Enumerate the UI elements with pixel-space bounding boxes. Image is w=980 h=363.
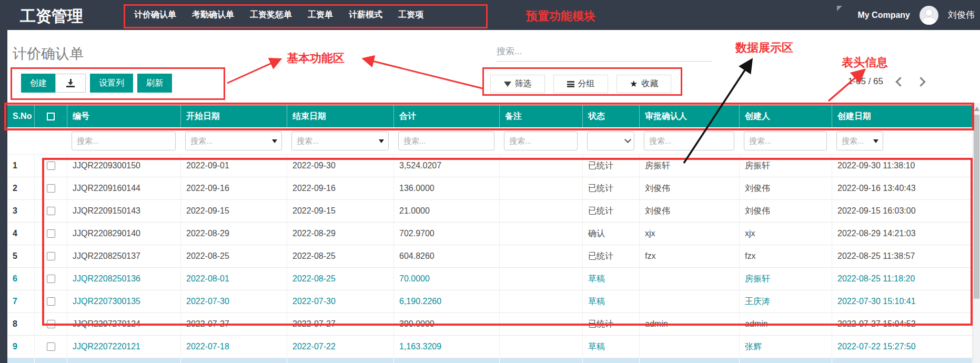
row-checkbox[interactable] [47,229,55,238]
cell-status: 已统计 [583,245,640,267]
column-header-start-date[interactable]: 开始日期 [181,105,287,127]
cell-end-date: 2022-09-30 [287,155,394,177]
main-nav: 计价确认单 考勤确认单 工资奖惩单 工资单 计薪模式 工资项 [134,0,423,30]
filter-input-end-date[interactable] [291,132,389,150]
nav-item-payslip[interactable]: 工资单 [308,9,333,21]
table-row[interactable]: 3 JJQR2209150143 2022-09-15 2022-09-15 2… [7,200,973,223]
create-button[interactable]: 创建 [21,74,56,93]
cell-remark [500,268,583,290]
cell-code: JJQR2207220121 [67,336,181,358]
filter-button-label: 筛选 [515,78,532,89]
row-checkbox[interactable] [47,184,55,193]
view-control-buttons: 筛选 分组 ★ 收藏 [490,75,671,93]
record-buttons: 创建 设置列 刷新 [21,74,172,93]
favorites-button[interactable]: ★ 收藏 [617,75,671,93]
cell-remark [500,313,583,335]
messages-icon[interactable] [834,8,848,22]
nav-item-salary-item[interactable]: 工资项 [398,9,423,21]
cell-code: JJQR2207300135 [67,290,181,312]
favorites-button-label: 收藏 [641,78,658,89]
table-row[interactable]: 4 JJQR2208290140 2022-08-29 2022-08-29 7… [7,223,973,245]
row-checkbox[interactable] [47,342,55,351]
column-header-approver[interactable]: 审批确认人 [640,105,740,127]
user-name[interactable]: 刘俊伟 [948,9,975,21]
row-number: 6 [7,268,35,290]
nav-item-salary-reward[interactable]: 工资奖惩单 [250,9,292,21]
column-header-status[interactable]: 状态 [583,105,640,127]
table-row[interactable]: 8 JJQR2207270124 2022-07-27 2022-07-27 3… [7,313,973,336]
table-row[interactable]: 7 JJQR2207300135 2022-07-30 2022-07-30 6… [7,290,973,313]
topbar-right: My Company 刘俊伟 [811,0,975,30]
company-switcher[interactable]: My Company [857,11,910,20]
cell-start-date: 2022-07-30 [181,290,287,312]
cell-code: JJQR2208250137 [67,245,181,267]
table-header: S.No 编号 开始日期 结束日期 合计 备注 状态 审批确认人 创建人 创建日… [7,105,973,127]
cell-remark [500,200,583,222]
column-header-sno[interactable]: S.No [7,105,35,127]
filter-input-code[interactable] [72,132,176,150]
filter-input-creator[interactable] [744,132,827,150]
cell-status: 草稿 [583,290,640,312]
column-header-code[interactable]: 编号 [67,105,181,127]
row-checkbox[interactable] [47,162,55,170]
filter-input-approver[interactable] [644,132,734,150]
cell-total: 1,163.3209 [394,336,500,358]
filter-input-created-at[interactable] [836,132,883,150]
cell-end-date: 2022-07-22 [287,336,394,358]
row-checkbox[interactable] [47,207,55,215]
activity-clock-icon[interactable] [811,8,825,22]
filter-input-start-date[interactable] [185,132,282,150]
cell-end-date: 2022-09-16 [287,177,394,199]
cell-creator: 房振轩 [740,155,832,177]
select-all-checkbox[interactable] [47,113,55,120]
table-row[interactable]: 2 JJQR2209160144 2022-09-16 2022-09-16 1… [7,177,973,200]
cell-created-at: 2022-09-15 16:03:00 [832,200,973,222]
cell-code: JJQR2208250136 [67,268,181,290]
nav-item-attendance-confirm[interactable]: 考勤确认单 [192,9,234,21]
prev-page-icon[interactable] [895,77,905,86]
arrow-basic-functions-right [364,59,482,88]
row-checkbox[interactable] [47,275,55,283]
nav-item-pay-mode[interactable]: 计薪模式 [349,9,382,21]
filter-button[interactable]: 筛选 [490,75,545,93]
annotation-preset-modules: 预置功能模块 [526,8,595,24]
cell-status: 已统计 [583,155,640,177]
user-avatar[interactable] [920,6,938,25]
table-row[interactable]: 5 JJQR2208250137 2022-08-25 2022-08-25 6… [7,245,973,268]
scrollbar-thumb[interactable] [974,115,979,299]
row-checkbox[interactable] [47,252,55,260]
vertical-scrollbar[interactable] [973,103,980,363]
table-row[interactable]: 6 JJQR2208250136 2022-08-01 2022-08-25 7… [7,268,973,290]
cell-total: 6,190.2260 [394,290,500,312]
search-input[interactable] [497,46,712,62]
set-columns-button[interactable]: 设置列 [90,74,133,93]
column-header-remark[interactable]: 备注 [500,105,583,127]
cell-start-date: 2022-07-18 [181,336,287,358]
row-checkbox[interactable] [47,297,55,306]
cell-code: JJQR2209160144 [67,177,181,199]
download-icon [66,79,75,87]
cell-approver: 刘俊伟 [640,200,740,222]
table-row[interactable]: 9 JJQR2207220121 2022-07-18 2022-07-22 1… [7,336,973,358]
row-checkbox[interactable] [47,320,55,328]
column-header-created-at[interactable]: 创建日期 [832,105,973,127]
nav-item-pricing-confirm[interactable]: 计价确认单 [134,9,176,21]
row-checkbox-cell [35,268,67,290]
cell-end-date: 2022-07-27 [287,313,394,335]
filter-select-status[interactable] [587,132,634,150]
download-button[interactable] [55,74,86,93]
row-number: 9 [7,336,35,358]
column-header-end-date[interactable]: 结束日期 [287,105,394,127]
group-by-button[interactable]: 分组 [553,75,608,93]
next-page-icon[interactable] [916,77,925,86]
row-number: 8 [7,313,35,335]
group-bars-icon [567,81,574,87]
filter-input-total[interactable] [398,132,494,150]
partial-selected-row[interactable] [7,358,973,363]
refresh-button[interactable]: 刷新 [137,74,172,93]
scroll-up-icon[interactable] [974,107,979,111]
column-header-creator[interactable]: 创建人 [740,105,832,127]
filter-input-remark[interactable] [504,132,578,150]
table-row[interactable]: 1 JJQR2209300150 2022-09-01 2022-09-30 3… [7,155,973,177]
column-header-total[interactable]: 合计 [394,105,500,127]
